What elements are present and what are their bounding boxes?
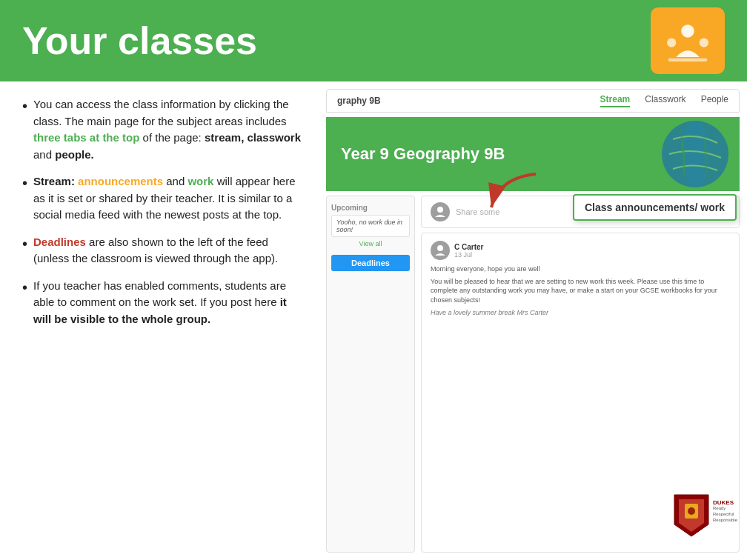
bullet3-text: Deadlines are also shown to the left of … [33, 234, 304, 267]
classwork-label: classwork [248, 131, 302, 144]
announcements-highlight: announcements [78, 175, 163, 187]
list-item: • If you teacher has enabled comments, s… [22, 278, 304, 328]
bullet-marker: • [22, 172, 27, 194]
bullet-marker: • [22, 233, 27, 255]
main-content: • You can access the class information b… [0, 81, 747, 560]
class-announcements-overlay: Class announcements/ work [573, 194, 737, 221]
upcoming-label: Upcoming [331, 204, 410, 212]
deadlines-highlight: Deadlines [33, 236, 86, 248]
highlight-three-tabs: three tabs at the top [33, 131, 139, 144]
view-all-link[interactable]: View all [331, 240, 410, 247]
classroom-nav-bar: graphy 9B Stream Classwork People [326, 89, 740, 113]
author-date: 13 Jul [454, 251, 483, 259]
list-item: • Deadlines are also shown to the left o… [22, 234, 304, 267]
classroom-banner-title: Year 9 Geography 9B [341, 144, 505, 164]
announcement-author: C Carter 13 Jul [431, 241, 730, 260]
list-item: • You can access the class information b… [22, 96, 304, 163]
right-panel: graphy 9B Stream Classwork People Year 9… [326, 81, 747, 560]
classroom-sidebar: Upcoming Yooho, no work due in soon! Vie… [326, 196, 415, 553]
no-work-text: Yooho, no work due in soon! [336, 219, 402, 233]
tab-people[interactable]: People [701, 94, 728, 107]
visible-group-text: it will be visible to the whole group. [33, 296, 287, 325]
announcement-detail: You will be pleased to hear that we are … [431, 277, 730, 305]
banner-globe-image [636, 117, 732, 191]
deadlines-box: Deadlines [331, 255, 410, 271]
classroom-icon [651, 7, 725, 74]
left-panel: • You can access the class information b… [0, 81, 326, 560]
badge-line2: Respectful [713, 512, 737, 518]
author-avatar [431, 241, 450, 260]
no-work-message: Yooho, no work due in soon! [331, 215, 410, 237]
svg-point-12 [688, 507, 695, 515]
announcement-greeting: Morning everyone, hope you are well [431, 264, 730, 274]
svg-point-2 [700, 39, 708, 47]
school-badge: DUKES Ready Respectful Responsible [673, 493, 740, 553]
bullet-marker: • [22, 95, 27, 117]
tab-classwork[interactable]: Classwork [645, 94, 685, 107]
badge-line1: Ready [713, 506, 737, 512]
stream-heading: Stream: [33, 175, 75, 187]
site-name: graphy 9B [337, 96, 381, 106]
author-name: C Carter [454, 243, 483, 251]
bullet2-text: Stream: announcements and work will appe… [33, 173, 304, 224]
svg-point-1 [667, 39, 676, 47]
work-highlight: work [187, 175, 213, 187]
svg-point-0 [681, 24, 694, 38]
upcoming-section: Upcoming Yooho, no work due in soon! Vie… [331, 204, 410, 247]
svg-point-8 [437, 245, 443, 251]
bullet4-text: If you teacher has enabled comments, stu… [33, 278, 304, 328]
header: Your classes [0, 0, 747, 81]
badge-name: DUKES [713, 499, 737, 506]
svg-point-7 [437, 207, 443, 213]
red-arrow-annotation [484, 170, 543, 218]
classroom-tabs: Stream Classwork People [600, 94, 728, 107]
user-avatar [431, 202, 450, 221]
tab-stream[interactable]: Stream [600, 94, 631, 107]
badge-line3: Responsible [713, 518, 737, 524]
page-title: Your classes [22, 19, 257, 63]
stream-label: stream, [205, 131, 244, 144]
announcement-sign: Have a lovely summer break Mrs Carter [431, 309, 730, 316]
people-label: people. [55, 148, 94, 161]
bullet-marker: • [22, 276, 27, 299]
overlay-label: Class announcements/ work [585, 201, 725, 213]
list-item: • Stream: announcements and work will ap… [22, 173, 304, 224]
bullet-list: • You can access the class information b… [22, 96, 304, 327]
bullet1-text: You can access the class information by … [33, 96, 304, 163]
svg-rect-3 [668, 59, 708, 61]
